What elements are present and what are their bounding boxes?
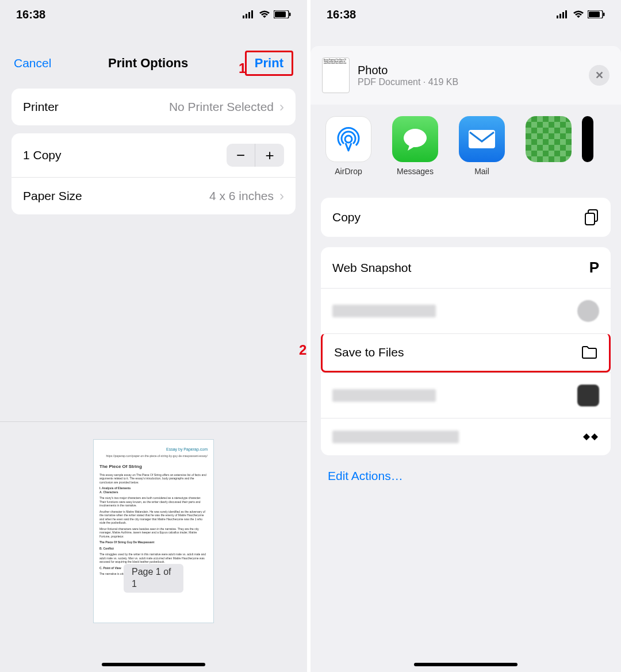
action-hidden-2[interactable] [321, 373, 611, 418]
action-hidden-3[interactable] [321, 418, 611, 455]
print-settings-group: 1 Copy − + Paper Size 4 x 6 inches › [12, 133, 296, 214]
blurred-label [332, 389, 436, 402]
svg-rect-9 [562, 12, 564, 18]
blurred-icon [577, 300, 599, 322]
chevron-right-icon: › [279, 99, 284, 115]
print-options-screen: 16:38 Cancel Print Options Print 1 [0, 0, 310, 672]
copies-stepper: − + [227, 144, 284, 167]
paper-size-value: 4 x 6 inches [209, 189, 274, 203]
pixelated-app-icon [526, 116, 572, 162]
svg-point-15 [404, 129, 427, 147]
home-indicator[interactable] [102, 663, 205, 666]
doc-brand: Essay by Paperap.com [99, 447, 208, 452]
page-badge: Page 1 of 1 [124, 564, 183, 593]
document-thumbnail[interactable]: Essay by Paperap.com https://paperap.com… [93, 439, 214, 623]
print-button[interactable]: Print [255, 56, 283, 70]
svg-rect-3 [251, 10, 253, 18]
blurred-label [332, 305, 436, 317]
close-icon: ✕ [595, 69, 604, 82]
battery-icon [588, 10, 605, 18]
status-time: 16:38 [16, 8, 45, 21]
svg-rect-7 [557, 16, 558, 18]
svg-point-14 [345, 136, 352, 143]
increment-button[interactable]: + [255, 144, 284, 167]
annotation-1: 1 [239, 60, 246, 76]
svg-rect-12 [589, 11, 600, 17]
status-icons [243, 10, 291, 18]
doc-title: The Piece Of String [99, 464, 208, 470]
wifi-icon [259, 10, 270, 18]
svg-rect-8 [559, 14, 561, 18]
app-label: Mail [474, 167, 489, 176]
status-time: 16:38 [327, 8, 356, 21]
svg-rect-6 [289, 13, 291, 16]
action-copy[interactable]: Copy [321, 198, 611, 237]
svg-rect-5 [275, 11, 286, 17]
svg-rect-16 [469, 130, 495, 148]
status-bar: 16:38 [0, 0, 307, 29]
action-label: Web Snapshot [332, 261, 411, 275]
svg-rect-10 [565, 10, 567, 18]
print-button-highlight: Print [245, 51, 293, 76]
action-label: Save to Files [334, 345, 404, 359]
app-mail[interactable]: Mail [458, 116, 506, 176]
paper-size-label: Paper Size [23, 189, 82, 203]
chevron-right-icon: › [279, 188, 284, 204]
blurred-label [332, 431, 459, 443]
status-icons [557, 10, 605, 18]
printer-row[interactable]: Printer No Printer Selected › [12, 89, 296, 125]
modal-title: Print Options [108, 56, 188, 71]
messages-icon [392, 116, 438, 162]
share-subtitle: PDF Document · 419 KB [358, 77, 458, 87]
share-sheet-screen: 16:38 Essay Paperap The Piece Of String … [310, 0, 621, 672]
cellular-icon [557, 10, 569, 18]
paper-size-row[interactable]: Paper Size 4 x 6 inches › [12, 177, 296, 214]
cellular-icon [243, 10, 255, 18]
svg-rect-13 [603, 13, 605, 16]
svg-rect-18 [585, 213, 595, 225]
app-messages[interactable]: Messages [391, 116, 439, 176]
mail-icon [459, 116, 505, 162]
blurred-icon [577, 385, 599, 406]
action-web-snapshot[interactable]: Web Snapshot P [321, 247, 611, 288]
action-main-group: Web Snapshot P Save to Files [321, 247, 611, 455]
app-label: AirDrop [335, 167, 362, 176]
share-doc-thumbnail: Essay Paperap The Piece Of String Lorem … [322, 57, 350, 93]
cancel-button[interactable]: Cancel [14, 56, 51, 70]
app-airdrop[interactable]: AirDrop [324, 116, 373, 176]
print-preview[interactable]: Essay by Paperap.com https://paperap.com… [0, 421, 307, 640]
svg-rect-2 [248, 12, 250, 18]
printer-group: Printer No Printer Selected › [12, 89, 296, 125]
copies-label: 1 Copy [23, 148, 62, 162]
action-label: Copy [332, 210, 361, 224]
snapshot-icon: P [589, 259, 599, 277]
close-button[interactable]: ✕ [589, 65, 610, 86]
wifi-icon [573, 10, 584, 18]
modal-header: Cancel Print Options Print [0, 46, 307, 80]
folder-icon [581, 345, 597, 359]
share-title: Photo [358, 64, 458, 77]
share-header: Essay Paperap The Piece Of String Lorem … [310, 46, 621, 105]
sync-icon [582, 430, 599, 444]
decrement-button[interactable]: − [227, 144, 255, 167]
battery-icon [274, 10, 291, 18]
copy-icon [584, 209, 599, 225]
printer-label: Printer [23, 100, 59, 114]
app-overflow[interactable] [582, 116, 593, 176]
action-save-to-files[interactable]: Save to Files [321, 333, 611, 373]
share-meta: Photo PDF Document · 419 KB [358, 64, 458, 87]
doc-url: https://paperap.com/paper-on-the-piece-o… [99, 454, 208, 458]
home-indicator[interactable] [414, 663, 518, 666]
action-hidden-1[interactable] [321, 288, 611, 333]
status-bar: 16:38 [310, 0, 621, 29]
action-copy-group: Copy [321, 198, 611, 237]
copies-row: 1 Copy − + [12, 133, 296, 177]
share-apps-row[interactable]: AirDrop Messages Mail [310, 105, 621, 190]
svg-rect-1 [246, 14, 247, 18]
app-label: Messages [397, 167, 434, 176]
printer-value: No Printer Selected [169, 100, 274, 114]
airdrop-icon [325, 116, 371, 162]
app-hidden[interactable] [524, 116, 573, 176]
svg-rect-0 [243, 16, 244, 18]
edit-actions-button[interactable]: Edit Actions… [310, 455, 621, 497]
